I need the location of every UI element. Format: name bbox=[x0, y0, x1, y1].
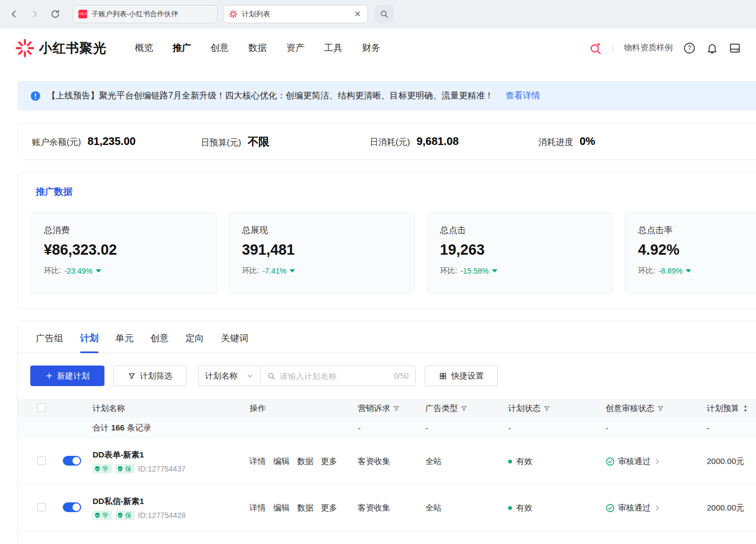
quick-settings-button[interactable]: 快捷设置 bbox=[425, 366, 498, 386]
header-plan-status: 计划状态 bbox=[501, 403, 601, 414]
action-edit[interactable]: 编辑 bbox=[273, 503, 290, 513]
tab-unit[interactable]: 单元 bbox=[115, 332, 134, 353]
ring-ratio-label: 环比: bbox=[242, 266, 259, 276]
notification-bell-icon[interactable] bbox=[706, 42, 718, 54]
shield-check-icon bbox=[94, 466, 101, 472]
summary-dash: - bbox=[420, 423, 501, 433]
nav-item-finance[interactable]: 财务 bbox=[362, 42, 380, 54]
promo-data-title[interactable]: 推广数据 bbox=[36, 185, 73, 198]
action-data[interactable]: 数据 bbox=[297, 456, 313, 467]
select-all-checkbox[interactable] bbox=[37, 403, 46, 412]
plan-enabled-toggle[interactable] bbox=[63, 456, 81, 466]
daily-budget: 日预算(元) 不限 bbox=[201, 135, 370, 149]
summary-dash: - bbox=[501, 423, 601, 433]
stat-card-total-impressions: 总展现 391,481 环比: -7.41% bbox=[228, 213, 415, 294]
review-status[interactable]: 审核通过 bbox=[601, 456, 701, 467]
action-detail[interactable]: 详情 bbox=[249, 456, 266, 467]
summary-dash: - bbox=[701, 423, 756, 433]
tab-targeting[interactable]: 定向 bbox=[186, 332, 204, 353]
action-more[interactable]: 更多 bbox=[321, 503, 337, 513]
header-right-tools: 物料资质样例 ? bbox=[589, 42, 741, 55]
material-samples-link[interactable]: 物料资质样例 bbox=[624, 43, 673, 53]
browser-forward-button[interactable] bbox=[26, 5, 43, 23]
plan-budget: 2000.00元 bbox=[701, 503, 756, 513]
help-icon[interactable]: ? bbox=[683, 42, 695, 54]
plan-search-box: 0/50 bbox=[261, 366, 415, 386]
plan-name-search-input[interactable] bbox=[280, 371, 390, 381]
browser-tab-subaccounts[interactable]: 小红书 子账户列表-小红书合作伙伴 bbox=[73, 5, 218, 23]
plan-name[interactable]: DD私信-新素1 bbox=[93, 496, 247, 507]
tab-ad-group[interactable]: 广告组 bbox=[36, 332, 63, 353]
nav-item-creative[interactable]: 创意 bbox=[211, 42, 229, 54]
nav-item-data[interactable]: 数据 bbox=[248, 42, 267, 54]
entity-tabs: 广告组 计划 单元 创意 定向 关键词 bbox=[18, 321, 756, 353]
banner-details-link[interactable]: 查看详情 bbox=[505, 90, 540, 102]
plan-name[interactable]: DD表单-新素1 bbox=[93, 450, 247, 460]
account-balance: 账户余额(元) 81,235.00 bbox=[32, 135, 201, 148]
sort-icon[interactable] bbox=[742, 404, 749, 413]
smart-search-icon[interactable] bbox=[589, 42, 602, 55]
daily-cost: 日消耗(元) 9,681.08 bbox=[370, 135, 538, 148]
nav-item-assets[interactable]: 资产 bbox=[286, 42, 305, 54]
tab-creative[interactable]: 创意 bbox=[150, 332, 169, 353]
plan-toolbar: 新建计划 计划筛选 计划名称 0/50 快捷设置 bbox=[30, 366, 756, 386]
stat-value: ¥86,323.02 bbox=[44, 242, 203, 258]
forward-arrow-icon bbox=[30, 9, 40, 19]
daily-budget-value: 不限 bbox=[248, 135, 269, 149]
browser-back-button[interactable] bbox=[5, 5, 23, 23]
action-detail[interactable]: 详情 bbox=[249, 503, 266, 513]
svg-text:?: ? bbox=[688, 44, 692, 52]
filter-funnel-icon[interactable] bbox=[657, 405, 664, 412]
char-counter: 0/50 bbox=[394, 371, 409, 380]
plan-enabled-toggle[interactable] bbox=[63, 502, 81, 512]
tab-close-icon[interactable]: ✕ bbox=[353, 9, 362, 19]
down-triangle-icon bbox=[96, 269, 101, 273]
tab-keywords[interactable]: 关键词 bbox=[221, 332, 248, 353]
new-plan-button[interactable]: 新建计划 bbox=[30, 366, 104, 386]
guarantee-badge: 保 bbox=[115, 464, 135, 474]
account-summary-strip: 账户余额(元) 81,235.00 日预算(元) 不限 日消耗(元) 9,681… bbox=[17, 123, 756, 160]
header-plan-budget: 计划预算 bbox=[701, 403, 756, 414]
row-checkbox[interactable] bbox=[37, 456, 46, 465]
filter-funnel-icon[interactable] bbox=[393, 405, 400, 412]
cost-progress: 消耗进度 0% bbox=[538, 135, 595, 148]
juguang-favicon-icon bbox=[229, 10, 238, 18]
shield-check-icon bbox=[117, 466, 123, 472]
summary-dash: - bbox=[352, 423, 420, 433]
filter-funnel-icon[interactable] bbox=[543, 405, 550, 412]
shield-check-icon bbox=[94, 512, 101, 519]
tab-plan[interactable]: 计划 bbox=[80, 332, 98, 353]
chevron-right-icon[interactable] bbox=[654, 458, 661, 465]
nav-item-overview[interactable]: 概览 bbox=[135, 42, 153, 54]
cost-progress-label: 消耗进度 bbox=[538, 137, 573, 148]
review-status[interactable]: 审核通过 bbox=[601, 503, 701, 513]
action-data[interactable]: 数据 bbox=[297, 503, 313, 513]
table-row: DD表单-新素1 学 保 ID:127754437 详情 编辑 数据 bbox=[18, 439, 756, 485]
plan-search-group: 计划名称 0/50 bbox=[198, 366, 416, 386]
header-ad-type: 广告类型 bbox=[420, 403, 501, 414]
browser-tab-plan-list[interactable]: 计划列表 ✕ bbox=[223, 5, 368, 23]
stat-label: 总点击 bbox=[440, 225, 600, 236]
nav-item-promotion[interactable]: 推广 bbox=[173, 42, 191, 54]
plan-filter-button[interactable]: 计划筛选 bbox=[113, 366, 187, 386]
header-plan-name: 计划名称 bbox=[87, 403, 247, 414]
row-checkbox[interactable] bbox=[37, 503, 46, 512]
action-more[interactable]: 更多 bbox=[321, 456, 337, 467]
action-edit[interactable]: 编辑 bbox=[273, 456, 290, 467]
browser-tab-search-button[interactable] bbox=[374, 5, 394, 23]
chevron-right-icon[interactable] bbox=[654, 505, 661, 512]
ring-ratio-label: 环比: bbox=[440, 266, 457, 276]
divider bbox=[613, 44, 613, 52]
juguang-logo[interactable]: 小红书聚光 bbox=[15, 38, 107, 58]
nav-item-tools[interactable]: 工具 bbox=[324, 42, 343, 54]
filter-funnel-icon[interactable] bbox=[461, 405, 468, 412]
back-arrow-icon bbox=[9, 9, 19, 19]
browser-reload-button[interactable] bbox=[47, 5, 64, 23]
plan-status: 有效 bbox=[501, 456, 601, 467]
search-icon bbox=[267, 372, 275, 380]
ad-type: 全站 bbox=[420, 503, 501, 513]
device-icon[interactable] bbox=[729, 42, 741, 54]
search-field-select[interactable]: 计划名称 bbox=[199, 366, 261, 386]
record-count: 合计 166 条记录 bbox=[87, 423, 247, 433]
down-triangle-icon bbox=[686, 269, 691, 273]
